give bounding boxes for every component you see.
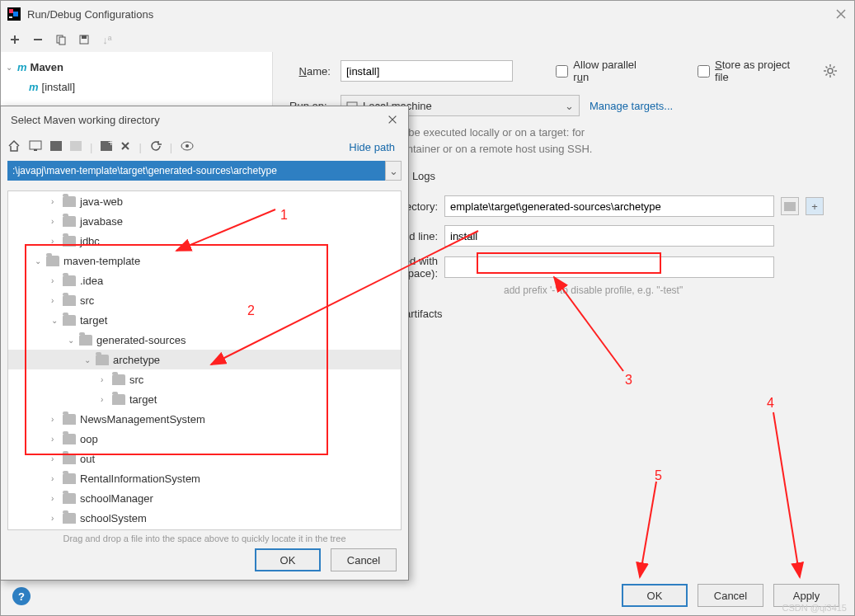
svg-rect-2 xyxy=(13,12,18,16)
chevron-down-icon[interactable]: ⌄ xyxy=(84,355,96,364)
chevron-right-icon[interactable]: › xyxy=(51,296,63,305)
desktop-icon[interactable] xyxy=(29,140,42,154)
cancel-button[interactable]: Cancel xyxy=(698,584,763,607)
title-bar: Run/Debug Configurations xyxy=(1,1,854,27)
folder-node[interactable]: ›.idea xyxy=(8,270,401,290)
path-input[interactable] xyxy=(7,161,385,181)
svg-point-20 xyxy=(186,144,189,148)
close-icon[interactable] xyxy=(834,7,848,21)
module-icon[interactable] xyxy=(70,141,82,153)
chevron-down-icon[interactable]: ⌄ xyxy=(68,336,79,345)
folder-node[interactable]: ›RentalInformationSystem xyxy=(8,468,401,488)
path-input-row: ⌄ xyxy=(7,161,402,181)
folder-node[interactable]: ›java-web xyxy=(8,191,401,211)
chevron-right-icon[interactable]: › xyxy=(51,435,63,444)
chevron-right-icon[interactable]: › xyxy=(51,454,63,463)
profiles-input[interactable] xyxy=(444,256,774,278)
folder-node[interactable]: ›src xyxy=(8,369,401,389)
chevron-right-icon[interactable]: › xyxy=(51,237,63,246)
chevron-right-icon[interactable]: › xyxy=(51,415,63,424)
folder-label: javabase xyxy=(80,215,123,228)
add-icon[interactable] xyxy=(7,32,22,47)
gear-icon[interactable] xyxy=(823,63,838,78)
manage-targets-link[interactable]: Manage targets... xyxy=(590,100,673,112)
svg-rect-7 xyxy=(82,35,87,39)
chevron-right-icon[interactable]: › xyxy=(51,197,63,206)
folder-node[interactable]: ›schoolManager xyxy=(8,488,401,508)
tree-root-maven[interactable]: ⌄ m Maven xyxy=(1,57,272,77)
svg-text:+: + xyxy=(108,141,112,148)
chevron-down-icon[interactable]: ⌄ xyxy=(51,316,63,325)
tree-root-label: Maven xyxy=(31,61,63,73)
cmdline-input[interactable] xyxy=(444,225,774,247)
intellij-logo-icon xyxy=(7,7,21,21)
folder-label: schoolSystem xyxy=(80,512,147,524)
help-icon[interactable]: ? xyxy=(12,587,31,605)
drag-hint: Drag and drop a file into the space abov… xyxy=(1,534,408,543)
chevron-right-icon[interactable]: › xyxy=(51,514,63,523)
store-project-checkbox[interactable]: Store as project file xyxy=(698,59,806,83)
svg-rect-11 xyxy=(784,202,796,211)
name-input[interactable] xyxy=(341,60,514,82)
home-icon[interactable] xyxy=(7,139,21,155)
folder-node[interactable]: ›jdbc xyxy=(8,231,401,251)
folder-label: src xyxy=(129,374,143,386)
folder-icon xyxy=(96,355,109,365)
refresh-icon[interactable] xyxy=(150,140,162,154)
new-folder-icon[interactable]: + xyxy=(101,141,112,153)
chevron-right-icon[interactable]: › xyxy=(101,375,112,384)
path-dropdown-icon[interactable]: ⌄ xyxy=(385,161,402,181)
chevron-right-icon[interactable]: › xyxy=(51,494,63,503)
folder-node[interactable]: ›oop xyxy=(8,429,401,449)
popup-cancel-button[interactable]: Cancel xyxy=(331,548,397,571)
chevron-down-icon[interactable]: ⌄ xyxy=(6,63,17,72)
folder-node[interactable]: ›schoolSystem xyxy=(8,508,401,528)
popup-footer: OK Cancel xyxy=(255,548,397,571)
delete-icon[interactable] xyxy=(120,141,130,153)
folder-node[interactable]: ›javabase xyxy=(8,211,401,231)
tree-item-label: [install] xyxy=(42,81,75,93)
svg-rect-16 xyxy=(70,141,82,151)
folder-node[interactable]: ⌄generated-sources xyxy=(8,330,401,350)
copy-icon[interactable] xyxy=(54,32,68,47)
close-icon[interactable] xyxy=(387,114,398,125)
chevron-right-icon[interactable]: › xyxy=(51,276,63,285)
project-icon[interactable] xyxy=(50,141,62,153)
popup-ok-button[interactable]: OK xyxy=(255,548,321,571)
folder-node[interactable]: ›out xyxy=(8,449,401,468)
select-working-dir-dialog: Select Maven working directory | + | | H… xyxy=(0,106,409,581)
allow-parallel-checkbox[interactable]: Allow parallel run xyxy=(556,59,655,83)
insert-path-icon[interactable]: + xyxy=(806,197,824,215)
folder-node[interactable]: ›target xyxy=(8,389,401,409)
folder-label: target xyxy=(80,314,107,327)
hide-path-link[interactable]: Hide path xyxy=(349,141,395,153)
folder-node[interactable]: ⌄target xyxy=(8,310,401,330)
svg-point-8 xyxy=(828,68,833,73)
directory-tree[interactable]: ›java-web›javabase›jdbc⌄maven-template›.… xyxy=(7,190,402,530)
browse-folder-icon[interactable] xyxy=(781,197,799,215)
folder-node[interactable]: ›src xyxy=(8,290,401,310)
workdir-input[interactable] xyxy=(444,195,774,217)
chevron-right-icon[interactable]: › xyxy=(101,395,112,404)
folder-icon xyxy=(63,216,76,227)
tab-logs[interactable]: Logs xyxy=(412,168,435,184)
folder-node[interactable]: ⌄maven-template xyxy=(8,251,401,270)
folder-label: RentalInformationSystem xyxy=(80,473,200,485)
tree-item-install[interactable]: m [install] xyxy=(1,77,272,96)
folder-icon xyxy=(63,315,76,326)
ok-button[interactable]: OK xyxy=(622,584,688,607)
sort-icon[interactable]: ↓ª xyxy=(100,32,115,47)
save-template-icon[interactable] xyxy=(77,32,92,47)
folder-icon xyxy=(112,374,125,385)
chevron-right-icon[interactable]: › xyxy=(51,217,63,226)
folder-label: generated-sources xyxy=(96,334,186,346)
folder-node[interactable]: ⌄archetype xyxy=(8,350,401,369)
config-toolbar: ↓ª xyxy=(1,27,854,52)
show-hidden-icon[interactable] xyxy=(181,141,194,153)
folder-icon xyxy=(63,295,76,306)
folder-icon xyxy=(63,414,76,425)
chevron-right-icon[interactable]: › xyxy=(51,474,63,483)
folder-node[interactable]: ›NewsManagementSystem xyxy=(8,409,401,429)
chevron-down-icon[interactable]: ⌄ xyxy=(35,256,46,266)
remove-icon[interactable] xyxy=(31,32,45,47)
